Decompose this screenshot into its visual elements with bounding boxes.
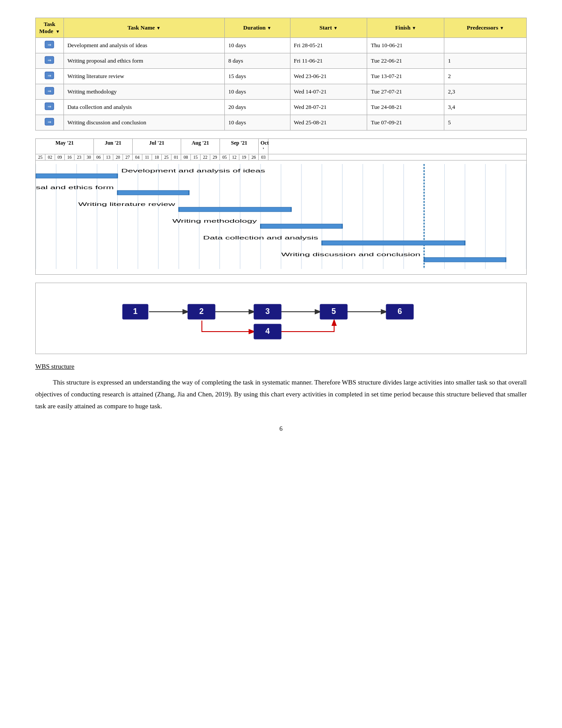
th-finish: Finish ▼ — [367, 18, 444, 38]
gantt-date-10: 04 — [133, 154, 142, 160]
gantt-date-20: 12 — [230, 154, 239, 160]
wbs-title: WBS structure — [35, 363, 527, 370]
task-predecessors: 5 — [444, 115, 527, 131]
gantt-date-0: 25 — [36, 154, 45, 160]
task-start: Fri 28-05-21 — [290, 38, 367, 53]
task-start: Wed 14-07-21 — [290, 84, 367, 100]
gantt-month-3: Aug '21 — [181, 139, 220, 154]
task-finish: Tue 22-06-21 — [367, 53, 444, 69]
network-svg: 1 2 3 4 5 6 — [109, 287, 453, 349]
task-predecessors: 2,3 — [444, 84, 527, 100]
table-row: ⇒ Data collection and analysis20 daysWed… — [36, 100, 527, 115]
task-start: Fri 11-06-21 — [290, 53, 367, 69]
svg-text:⇒: ⇒ — [48, 119, 51, 124]
gantt-date-2: 09 — [55, 154, 65, 160]
task-name: Writing discussion and conclusion — [63, 115, 224, 131]
task-name: Development and analysis of ideas — [63, 38, 224, 53]
task-start: Wed 25-08-21 — [290, 115, 367, 131]
task-duration: 20 days — [224, 100, 290, 115]
task-mode-icon: ⇒ — [36, 115, 64, 131]
task-mode-icon: ⇒ — [36, 100, 64, 115]
svg-text:6: 6 — [397, 307, 402, 316]
gantt-date-9: 27 — [123, 154, 133, 160]
page-number: 6 — [35, 426, 527, 433]
gantt-date-22: 26 — [249, 154, 259, 160]
gantt-date-6: 06 — [94, 154, 104, 160]
gantt-date-21: 19 — [239, 154, 249, 160]
th-duration: Duration ▼ — [224, 18, 290, 38]
task-finish: Tue 27-07-21 — [367, 84, 444, 100]
svg-rect-41 — [118, 190, 189, 195]
gantt-date-15: 08 — [181, 154, 191, 160]
svg-text:Data collection and analysis: Data collection and analysis — [203, 235, 318, 240]
gantt-date-1: 02 — [45, 154, 55, 160]
task-start: Wed 23-06-21 — [290, 69, 367, 84]
task-duration: 10 days — [224, 38, 290, 53]
svg-text:1: 1 — [133, 307, 137, 316]
svg-text:4: 4 — [265, 327, 269, 336]
th-task-mode: Task Mode ▼ — [36, 18, 64, 38]
table-row: ⇒ Writing literature review15 daysWed 23… — [36, 69, 527, 84]
task-finish: Tue 13-07-21 — [367, 69, 444, 84]
task-finish: Thu 10-06-21 — [367, 38, 444, 53]
gantt-date-5: 30 — [84, 154, 94, 160]
gantt-month-header: May '21Jun '21Jul '21Aug '21Sep '21Oct ' — [36, 139, 526, 154]
table-row: ⇒ Writing methodology10 daysWed 14-07-21… — [36, 84, 527, 100]
gantt-bars-svg: Development and analysis of ideasWriting… — [36, 164, 526, 269]
svg-text:3: 3 — [265, 307, 269, 316]
svg-text:Writing methodology: Writing methodology — [172, 219, 257, 224]
gantt-month-2: Jul '21 — [133, 139, 181, 154]
gantt-date-17: 22 — [201, 154, 210, 160]
gantt-date-8: 20 — [113, 154, 123, 160]
gantt-body: Development and analysis of ideasWriting… — [36, 161, 526, 274]
svg-text:⇒: ⇒ — [48, 89, 51, 93]
gantt-month-5: Oct ' — [259, 139, 268, 154]
svg-rect-43 — [179, 207, 291, 212]
svg-text:Writing proposal and ethics fo: Writing proposal and ethics form — [36, 185, 114, 190]
task-duration: 8 days — [224, 53, 290, 69]
task-predecessors: 3,4 — [444, 100, 527, 115]
gantt-month-1: Jun '21 — [94, 139, 133, 154]
network-diagram: 1 2 3 4 5 6 — [35, 283, 527, 354]
task-mode-icon: ⇒ — [36, 84, 64, 100]
gantt-chart: May '21Jun '21Jul '21Aug '21Sep '21Oct '… — [35, 138, 527, 275]
gantt-date-7: 13 — [104, 154, 113, 160]
wbs-paragraph: This structure is expressed an understan… — [35, 377, 527, 412]
task-start: Wed 28-07-21 — [290, 100, 367, 115]
table-row: ⇒ Writing proposal and ethics form8 days… — [36, 53, 527, 69]
svg-text:⇒: ⇒ — [48, 104, 51, 109]
svg-rect-47 — [322, 241, 465, 245]
svg-text:Writing discussion and conclus: Writing discussion and conclusion — [281, 252, 421, 257]
svg-rect-45 — [261, 224, 342, 228]
task-duration: 10 days — [224, 115, 290, 131]
gantt-date-19: 05 — [220, 154, 230, 160]
task-name: Data collection and analysis — [63, 100, 224, 115]
gantt-date-3: 16 — [65, 154, 74, 160]
gantt-date-16: 15 — [191, 154, 201, 160]
svg-text:Development and analysis of id: Development and analysis of ideas — [121, 168, 265, 173]
svg-text:⇒: ⇒ — [48, 58, 51, 63]
gantt-date-18: 29 — [210, 154, 220, 160]
th-predecessors: Predecessors ▼ — [444, 18, 527, 38]
gantt-date-12: 18 — [152, 154, 162, 160]
task-duration: 15 days — [224, 69, 290, 84]
gantt-date-23: 03 — [259, 154, 268, 160]
gantt-date-header: 2502091623300613202704111825010815222905… — [36, 154, 526, 161]
th-task-name: Task Name ▼ — [63, 18, 224, 38]
gantt-date-13: 25 — [162, 154, 171, 160]
task-predecessors — [444, 38, 527, 53]
th-start: Start ▼ — [290, 18, 367, 38]
gantt-date-4: 23 — [74, 154, 84, 160]
svg-rect-39 — [36, 174, 118, 178]
task-mode-icon: ⇒ — [36, 38, 64, 53]
gantt-month-0: May '21 — [36, 139, 94, 154]
task-name: Writing literature review — [63, 69, 224, 84]
task-finish: Tue 24-08-21 — [367, 100, 444, 115]
svg-text:5: 5 — [331, 307, 335, 316]
task-predecessors: 1 — [444, 53, 527, 69]
task-mode-icon: ⇒ — [36, 53, 64, 69]
task-name: Writing proposal and ethics form — [63, 53, 224, 69]
gantt-date-11: 11 — [142, 154, 152, 160]
task-predecessors: 2 — [444, 69, 527, 84]
svg-rect-49 — [424, 258, 506, 262]
